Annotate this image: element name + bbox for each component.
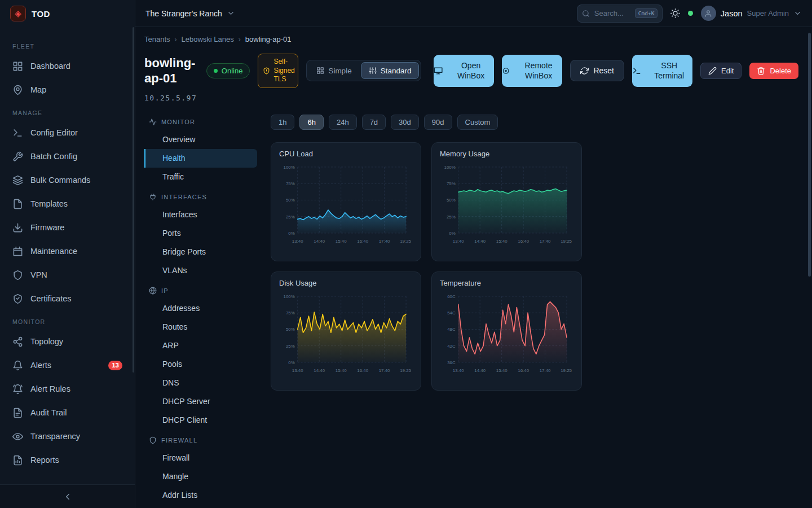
sidebar-item-label: Transparency: [30, 432, 80, 441]
sidebar-item-batch-config[interactable]: Batch Config: [7, 144, 128, 168]
sidebar-collapse-button[interactable]: [0, 484, 135, 508]
range-24h[interactable]: 24h: [329, 115, 357, 130]
search-input[interactable]: [594, 9, 630, 17]
logo[interactable]: ◈ TOD: [0, 0, 135, 27]
sidebar-item-audit-trail[interactable]: Audit Trail: [7, 401, 128, 424]
online-dot-icon: [214, 69, 218, 73]
window-scrollbar[interactable]: [808, 33, 811, 277]
subnav-item-vlans[interactable]: VLANs: [144, 261, 257, 280]
mode-option-simple[interactable]: Simple: [308, 62, 359, 79]
app-root: ◈ TOD FLEETDashboardMapMANAGEConfig Edit…: [0, 0, 812, 508]
subnav-item-addresses[interactable]: Addresses: [144, 299, 257, 318]
sidebar-item-transparency[interactable]: Transparency: [7, 424, 128, 448]
svg-text:15:40: 15:40: [496, 239, 508, 244]
range-6h[interactable]: 6h: [299, 115, 323, 130]
layers-icon: [12, 175, 23, 186]
subnav-item-overview[interactable]: Overview: [144, 130, 257, 149]
subnav-item-routes[interactable]: Routes: [144, 318, 257, 336]
svg-text:25%: 25%: [286, 343, 295, 348]
search-icon: [582, 10, 590, 17]
range-30d[interactable]: 30d: [391, 115, 419, 130]
chart-title: Temperature: [440, 279, 573, 287]
subnav-item-dhcp-client[interactable]: DHCP Client: [144, 411, 257, 430]
reset-button[interactable]: Reset: [570, 60, 624, 81]
edit-button[interactable]: Edit: [700, 63, 742, 79]
search-box[interactable]: Cmd+K: [577, 5, 663, 23]
calendar-icon: [12, 246, 23, 257]
subnav-group-ip: IP: [144, 282, 257, 299]
sidebar-item-maintenance[interactable]: Maintenance: [7, 239, 128, 263]
subnav-item-dhcp-server[interactable]: DHCP Server: [144, 392, 257, 411]
tenant-switcher[interactable]: The Stranger's Ranch: [145, 9, 235, 18]
subnav-item-pools[interactable]: Pools: [144, 355, 257, 374]
sidebar-item-vpn[interactable]: VPN: [7, 263, 128, 287]
bell-icon: [12, 360, 23, 371]
user-menu[interactable]: Jason Super Admin: [701, 6, 802, 21]
tls-warning-label: Self-Signed TLS: [273, 58, 294, 84]
range-7d[interactable]: 7d: [362, 115, 386, 130]
subnav-item-dns[interactable]: DNS: [144, 374, 257, 392]
subnav-group-interfaces: INTERFACES: [144, 189, 257, 205]
pencil-icon: [708, 67, 717, 75]
remote-winbox-button[interactable]: Remote WinBox: [502, 55, 562, 87]
subnav-group-label: IP: [161, 287, 169, 294]
sidebar-section-manage: MANAGE: [7, 102, 128, 121]
subnav-item-conntrack[interactable]: ConnTrack: [144, 505, 257, 508]
sidebar-item-label: Dashboard: [30, 62, 70, 71]
svg-text:15:40: 15:40: [336, 239, 347, 244]
subnav-item-traffic[interactable]: Traffic: [144, 168, 257, 186]
sidebar-item-bulk-commands[interactable]: Bulk Commands: [7, 168, 128, 192]
connection-status-dot: [688, 11, 693, 16]
sun-icon: [670, 8, 680, 18]
ssh-terminal-button[interactable]: SSH Terminal: [632, 55, 692, 87]
grid-icon: [316, 67, 324, 75]
open-winbox-button[interactable]: Open WinBox: [434, 55, 494, 87]
share-icon: [12, 336, 23, 347]
range-custom[interactable]: Custom: [457, 115, 498, 130]
svg-text:16:40: 16:40: [518, 239, 529, 244]
svg-text:16:40: 16:40: [357, 368, 368, 373]
breadcrumb-item-lebowski-lanes[interactable]: Lebowski Lanes: [182, 35, 234, 43]
activity-icon: [149, 118, 157, 126]
subnav-item-health[interactable]: Health: [144, 149, 257, 168]
subnav-item-interfaces[interactable]: Interfaces: [144, 205, 257, 224]
delete-button[interactable]: Delete: [749, 63, 798, 79]
svg-text:13:40: 13:40: [453, 239, 464, 244]
sidebar-item-firmware[interactable]: Firmware: [7, 216, 128, 239]
sidebar-item-reports[interactable]: Reports: [7, 448, 128, 472]
shield-icon: [12, 270, 23, 281]
subnav-item-addr-lists[interactable]: Addr Lists: [144, 486, 257, 505]
breadcrumb-item-tenants[interactable]: Tenants: [144, 35, 170, 43]
subnav-item-arp[interactable]: ARP: [144, 336, 257, 355]
chart-card-memory-usage: Memory Usage100%75%50%25%0%13:4014:4015:…: [431, 142, 582, 261]
subnav-item-mangle[interactable]: Mangle: [144, 467, 257, 486]
mode-option-standard[interactable]: Standard: [361, 62, 420, 79]
svg-text:0%: 0%: [288, 360, 294, 365]
eye-icon: [12, 431, 23, 442]
svg-text:50%: 50%: [286, 327, 295, 332]
subnav-item-bridge-ports[interactable]: Bridge Ports: [144, 243, 257, 261]
sidebar-item-templates[interactable]: Templates: [7, 192, 128, 216]
range-90d[interactable]: 90d: [424, 115, 452, 130]
sidebar-scrollbar[interactable]: [133, 27, 134, 373]
subnav-item-ports[interactable]: Ports: [144, 224, 257, 243]
sidebar-item-alert-rules[interactable]: Alert Rules: [7, 377, 128, 401]
grid-icon: [12, 61, 23, 72]
sidebar-item-config-editor[interactable]: Config Editor: [7, 121, 128, 144]
device-header: bowling-ap-01 Online Self-Signed TLS Sim…: [144, 54, 798, 88]
subnav-item-firewall[interactable]: Firewall: [144, 449, 257, 467]
sidebar-item-alerts[interactable]: Alerts13: [7, 353, 128, 377]
trash-icon: [757, 67, 765, 75]
sidebar-item-certificates[interactable]: Certificates: [7, 287, 128, 310]
theme-toggle-button[interactable]: [670, 8, 680, 18]
svg-text:15:40: 15:40: [336, 368, 347, 373]
sidebar-item-map[interactable]: Map: [7, 78, 128, 102]
sidebar-item-topology[interactable]: Topology: [7, 330, 128, 353]
breadcrumb: Tenants›Lebowski Lanes›bowling-ap-01: [144, 35, 798, 43]
wrench-icon: [12, 151, 23, 162]
charts-column: 1h6h24h7d30d90dCustom CPU Load100%75%50%…: [257, 111, 798, 508]
range-1h[interactable]: 1h: [271, 115, 294, 130]
sidebar-item-dashboard[interactable]: Dashboard: [7, 54, 128, 78]
breadcrumb-item-bowling-ap-01[interactable]: bowling-ap-01: [245, 35, 292, 43]
logo-text: TOD: [32, 9, 50, 19]
